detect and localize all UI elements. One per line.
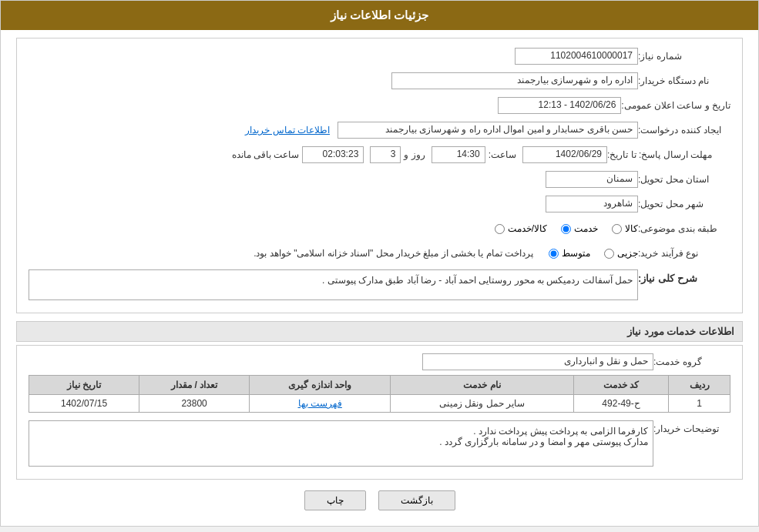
deadline-label: مهلت ارسال پاسخ: تا تاریخ:	[607, 149, 730, 160]
process-option-jozi[interactable]: جزیی	[604, 248, 638, 259]
col-qty: تعداد / مقدار	[139, 376, 250, 395]
deadline-time-label: ساعت:	[489, 149, 516, 160]
col-name: نام خدمت	[391, 376, 574, 395]
announce-label: تاریخ و ساعت اعلان عمومی:	[621, 100, 730, 111]
description-label: شرح کلی نیاز:	[638, 269, 730, 284]
org-name-label: نام دستگاه خریدار:	[638, 75, 730, 86]
category-row: طبقه بندی موضوعی: کالا/خدمت خدمت کالا	[29, 219, 730, 239]
process-note: پرداخت تمام یا بخشی از مبلغ خریدار محل "…	[254, 248, 533, 259]
category-radio-khedmat[interactable]	[561, 224, 571, 234]
description-value: حمل آسفالت ردمیکس به محور روستایی احمد آ…	[29, 269, 638, 300]
announce-row: تاریخ و ساعت اعلان عمومی: 1402/06/26 - 1…	[29, 95, 730, 115]
deadline-remain-value: 02:03:23	[302, 146, 364, 163]
category-option-kala-khedmat[interactable]: کالا/خدمت	[495, 223, 547, 234]
deadline-time-value: 14:30	[432, 146, 485, 163]
province-value: سمنان	[546, 171, 638, 188]
category-label-khedmat: خدمت	[574, 223, 598, 234]
buyer-notes-value: کارفرما الزامی به پرداخت پیش پرداخت ندار…	[29, 420, 653, 467]
creator-row: ایجاد کننده درخواست: حسن باقری حسابدار و…	[29, 120, 730, 140]
deadline-day-value: 3	[370, 146, 401, 163]
table-header-row: ردیف کد خدمت نام خدمت واحد اندازه گیری ت…	[29, 376, 730, 395]
cell-name: سایر حمل ونقل زمینی	[391, 395, 574, 413]
deadline-date-value: 1402/06/29	[522, 146, 607, 163]
category-option-kala[interactable]: کالا	[612, 223, 638, 234]
page-header: جزئیات اطلاعات نیاز	[1, 1, 758, 30]
need-number-row: شماره نیاز: 1102004610000017	[29, 46, 730, 66]
process-row: نوع فرآیند خرید: متوسط جزیی پرداخت تمام …	[29, 243, 730, 263]
need-number-label: شماره نیاز:	[638, 51, 730, 62]
province-label: استان محل تحویل:	[638, 174, 730, 185]
city-label: شهر محل تحویل:	[638, 199, 730, 209]
process-label-jozi: جزیی	[617, 248, 638, 259]
col-row: ردیف	[669, 376, 730, 395]
category-option-khedmat[interactable]: خدمت	[561, 223, 598, 234]
service-group-label: گروه خدمت:	[653, 356, 730, 367]
deadline-row: مهلت ارسال پاسخ: تا تاریخ: 1402/06/29 سا…	[29, 145, 730, 165]
announce-value: 1402/06/26 - 12:13	[498, 97, 621, 114]
col-unit: واحد اندازه گیری	[250, 376, 391, 395]
category-radio-kala-khedmat[interactable]	[495, 224, 505, 234]
category-radio-group: کالا/خدمت خدمت کالا	[495, 223, 638, 234]
print-button[interactable]: چاپ	[304, 490, 366, 510]
table-row: 1 ح-49-492 سایر حمل ونقل زمینی فهرست بها…	[29, 395, 730, 413]
cell-row: 1	[669, 395, 730, 413]
description-row: شرح کلی نیاز: حمل آسفالت ردمیکس به محور …	[29, 269, 730, 300]
col-code: کد خدمت	[573, 376, 668, 395]
buyer-notes-row: توضیحات خریدار: کارفرما الزامی به پرداخت…	[29, 420, 730, 467]
cell-unit[interactable]: فهرست بها	[250, 395, 391, 413]
deadline-remain-label: ساعت باقی مانده	[232, 149, 300, 160]
category-radio-kala[interactable]	[612, 224, 622, 234]
city-row: شهر محل تحویل: شاهرود	[29, 194, 730, 214]
creator-label: ایجاد کننده درخواست:	[638, 125, 730, 136]
process-radio-group: متوسط جزیی	[549, 248, 638, 259]
process-radio-motevaset[interactable]	[549, 249, 559, 259]
province-row: استان محل تحویل: سمنان	[29, 169, 730, 189]
process-radio-jozi[interactable]	[604, 249, 614, 259]
main-form: شماره نیاز: 1102004610000017 نام دستگاه …	[16, 38, 743, 313]
service-group-row: گروه خدمت: حمل و نقل و انبارداری	[29, 353, 730, 370]
process-option-motevaset[interactable]: متوسط	[549, 248, 590, 259]
buyer-notes-label: توضیحات خریدار:	[653, 420, 730, 434]
services-section: گروه خدمت: حمل و نقل و انبارداری ردیف کد…	[16, 345, 743, 480]
deadline-day-label: روز و	[404, 149, 425, 160]
city-value: شاهرود	[546, 196, 638, 212]
back-button[interactable]: بازگشت	[378, 490, 455, 510]
process-label: نوع فرآیند خرید:	[638, 248, 730, 259]
page-title: جزئیات اطلاعات نیاز	[331, 8, 428, 22]
buttons-row: بازگشت چاپ	[16, 490, 743, 510]
org-name-value: اداره راه و شهرسازی بیارجمند	[391, 72, 638, 89]
category-label-kala: کالا	[625, 223, 638, 234]
cell-date: 1402/07/15	[29, 395, 139, 413]
items-table: ردیف کد خدمت نام خدمت واحد اندازه گیری ت…	[29, 375, 730, 413]
col-date: تاریخ نیاز	[29, 376, 139, 395]
services-section-header: اطلاعات خدمات مورد نیاز	[16, 321, 743, 342]
cell-qty: 23800	[139, 395, 250, 413]
need-number-value: 1102004610000017	[515, 48, 638, 65]
cell-code: ح-49-492	[573, 395, 668, 413]
creator-value: حسن باقری حسابدار و امین اموال اداره راه…	[338, 122, 638, 139]
org-name-row: نام دستگاه خریدار: اداره راه و شهرسازی ب…	[29, 71, 730, 91]
process-label-motevaset: متوسط	[562, 248, 590, 259]
services-section-title: اطلاعات خدمات مورد نیاز	[627, 326, 734, 337]
category-label-kala-khedmat: کالا/خدمت	[508, 223, 547, 234]
category-label: طبقه بندی موضوعی:	[638, 223, 730, 234]
service-group-value: حمل و نقل و انبارداری	[422, 353, 653, 370]
contact-link[interactable]: اطلاعات تماس خریدار	[245, 125, 330, 136]
